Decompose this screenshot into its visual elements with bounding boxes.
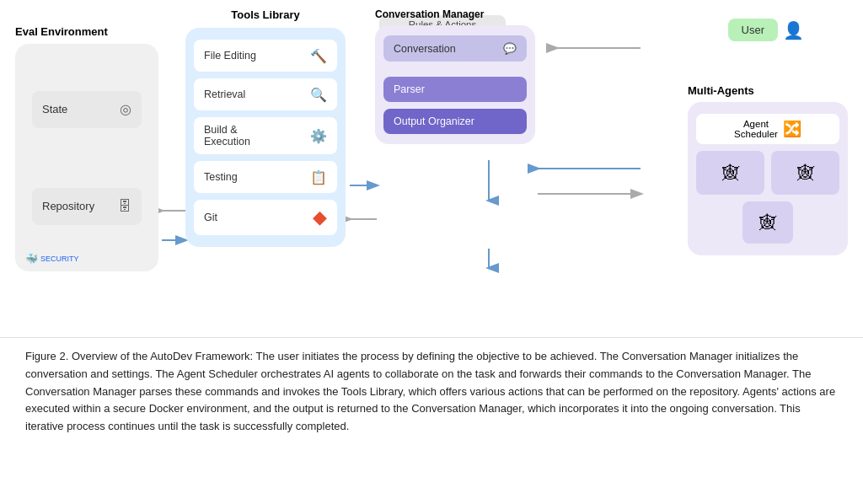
state-icon: ◎ xyxy=(120,101,131,117)
state-item: State ◎ xyxy=(32,91,142,128)
tools-library-section: Tools Library File Editing 🔨 Retrieval 🔍… xyxy=(185,8,346,247)
eval-env-box: State ◎ Repository 🗄 🐳 SECURITY xyxy=(15,44,158,271)
docker-text: SECURITY xyxy=(40,255,79,263)
parser-item: Parser xyxy=(383,77,527,102)
conv-manager-box: Conversation 💬 Parser Output Organizer xyxy=(375,25,535,144)
retrieval-icon: 🔍 xyxy=(310,87,327,103)
tools-library-label: Tools Library xyxy=(185,8,346,21)
testing-tool: Testing 📋 xyxy=(194,161,337,193)
agent-node-3: 🕸 xyxy=(742,201,793,244)
tools-library-box: File Editing 🔨 Retrieval 🔍 Build &Execut… xyxy=(185,28,346,247)
conversation-manager-section: Conversation Manager Conversation 💬 Pars… xyxy=(375,8,535,144)
agents-grid: 🕸 🕸 🕸 xyxy=(696,151,839,244)
build-execution-label: Build &Execution xyxy=(204,124,250,147)
multi-agents-label: Multi-Agents xyxy=(688,84,848,97)
docker-icon: 🐳 xyxy=(25,253,38,265)
user-box: User xyxy=(728,19,778,41)
repository-label: Repository xyxy=(42,200,94,212)
repository-item: Repository 🗄 xyxy=(32,188,142,225)
file-editing-tool: File Editing 🔨 xyxy=(194,40,337,72)
git-label: Git xyxy=(204,212,217,223)
retrieval-label: Retrieval xyxy=(204,88,245,100)
agent-scheduler-label: AgentScheduler xyxy=(734,119,778,139)
user-label: User xyxy=(742,24,764,36)
caption-figure: Figure 2. xyxy=(25,350,68,362)
conversation-item: Conversation 💬 xyxy=(383,35,527,62)
testing-icon: 📋 xyxy=(310,169,327,185)
git-icon: ◆ xyxy=(313,206,327,228)
git-tool: Git ◆ xyxy=(194,200,337,235)
file-editing-label: File Editing xyxy=(204,50,256,62)
user-section: User 👤 xyxy=(728,19,804,41)
docker-label: 🐳 SECURITY xyxy=(25,253,79,265)
testing-label: Testing xyxy=(204,171,238,183)
caption-text: Overview of the AutoDev Framework: The u… xyxy=(25,350,835,432)
agent-scheduler: AgentScheduler 🔀 xyxy=(696,114,839,144)
conversation-label: Conversation xyxy=(394,43,456,55)
parser-label: Parser xyxy=(394,83,425,95)
output-organizer-item: Output Organizer xyxy=(383,109,527,134)
build-execution-tool: Build &Execution ⚙️ xyxy=(194,117,337,154)
state-label: State xyxy=(42,103,67,115)
retrieval-tool: Retrieval 🔍 xyxy=(194,78,337,110)
diagram-area: Eval Environment State ◎ Repository 🗄 🐳 … xyxy=(0,0,863,337)
conv-manager-label: Conversation Manager xyxy=(375,8,535,20)
user-icon: 👤 xyxy=(783,20,804,40)
caption-area: Figure 2. Overview of the AutoDev Framew… xyxy=(0,337,863,504)
multi-agents-section: Multi-Agents AgentScheduler 🔀 🕸 🕸 🕸 xyxy=(688,84,848,255)
agent-node-2: 🕸 xyxy=(771,151,839,195)
repository-icon: 🗄 xyxy=(118,199,131,214)
build-execution-icon: ⚙️ xyxy=(310,128,327,144)
file-editing-icon: 🔨 xyxy=(310,48,327,64)
agent-node-1: 🕸 xyxy=(696,151,764,195)
agent-scheduler-icon: 🔀 xyxy=(783,120,801,138)
eval-environment-section: Eval Environment State ◎ Repository 🗄 🐳 … xyxy=(15,25,171,295)
agents-box: AgentScheduler 🔀 🕸 🕸 🕸 xyxy=(688,102,848,255)
output-organizer-label: Output Organizer xyxy=(394,115,474,127)
eval-env-label: Eval Environment xyxy=(15,25,171,38)
conversation-icon: 💬 xyxy=(503,42,517,55)
